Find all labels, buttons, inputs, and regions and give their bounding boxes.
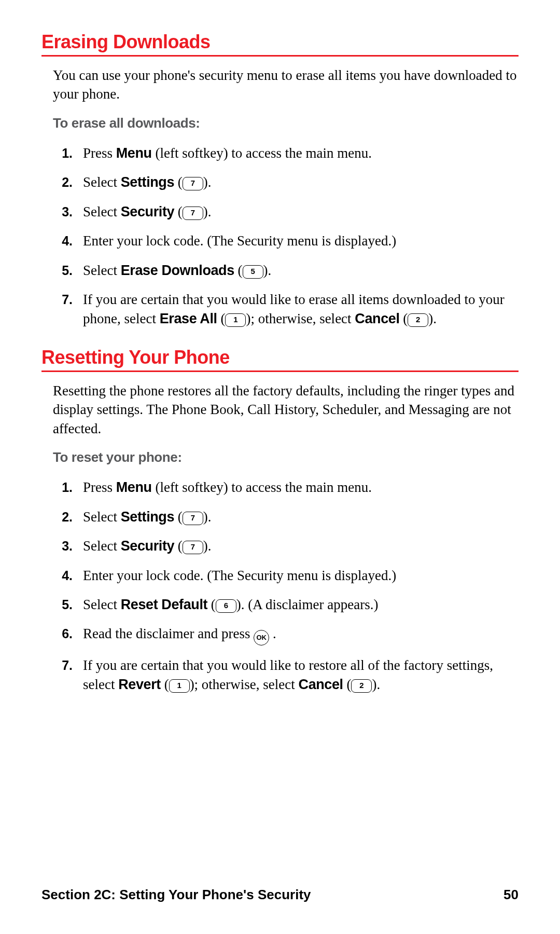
steps-list-1: 1.Press Menu (left softkey) to access th… [53,144,519,328]
step-item: 1.Press Menu (left softkey) to access th… [53,144,519,162]
ok-button-icon: OK [254,630,269,645]
step-number: 6. [53,625,83,643]
keycap-icon: 2 [408,313,428,327]
bold: Settings [121,509,174,525]
step-item: 3.Select Security (7). [53,537,519,555]
step-item: 2.Select Settings (7). [53,507,519,526]
text: (left softkey) to access the main menu. [152,479,372,495]
text: ( [174,538,183,554]
text: Select [83,538,121,554]
bold: Settings [121,174,174,190]
keycap-icon: 5 [243,265,263,279]
step-item: 3.Select Security (7). [53,202,519,221]
bold: Menu [116,145,152,161]
step-number: 3. [53,203,83,221]
text: ). [372,677,380,692]
bold: Erase All [160,311,217,326]
bold: Security [121,204,174,219]
keycap-icon: 2 [351,679,372,693]
bold: Security [121,538,174,554]
intro-text: Resetting the phone restores all the fac… [53,381,519,438]
sub-label: To erase all downloads: [53,115,519,131]
bold: Cancel [355,311,399,326]
text: Enter your lock code. (The Security menu… [83,233,396,249]
step-item: 1.Press Menu (left softkey) to access th… [53,478,519,497]
keycap-icon: 7 [183,512,203,525]
keycap-icon: 1 [169,679,190,693]
text: ( [207,597,216,612]
heading-resetting-phone: Resetting Your Phone [41,347,519,372]
intro-text: You can use your phone's security menu t… [53,66,519,104]
text: ). [428,311,437,326]
text: ). [263,263,272,278]
keycap-icon: 7 [183,541,203,554]
text: ). [203,174,212,190]
step-item: 4.Enter your lock code. (The Security me… [53,566,519,585]
step-item: 5.Select Erase Downloads (5). [53,261,519,280]
bold: Menu [116,479,152,495]
text: Select [83,263,121,278]
section-label: Section 2C: Setting Your Phone's Securit… [41,887,311,903]
step-number: 2. [53,174,83,191]
step-number: 2. [53,509,83,526]
text: Select [83,597,121,612]
step-number: 1. [53,145,83,162]
keycap-icon: 1 [225,313,246,327]
text: ( [174,204,183,219]
text: ( [174,509,183,525]
heading-erasing-downloads: Erasing Downloads [41,31,519,57]
step-number: 5. [53,596,83,614]
text: Press [83,479,116,495]
text: ). [203,204,212,219]
bold: Erase Downloads [121,263,234,278]
text: Enter your lock code. (The Security menu… [83,568,396,583]
step-number: 7. [53,291,83,309]
text: Select [83,509,121,525]
step-number: 4. [53,232,83,250]
text: ); otherwise, select [246,311,355,326]
steps-list-2: 1.Press Menu (left softkey) to access th… [53,478,519,694]
step-item: 5.Select Reset Default (6). (A disclaime… [53,595,519,614]
step-number: 3. [53,538,83,555]
keycap-icon: 6 [216,599,236,613]
text: Select [83,174,121,190]
page-number: 50 [503,887,519,903]
text: ); otherwise, select [190,677,299,692]
page-footer: Section 2C: Setting Your Phone's Securit… [41,887,519,903]
step-item: 4.Enter your lock code. (The Security me… [53,231,519,250]
step-item: 6.Read the disclaimer and press OK . [53,624,519,645]
step-number: 1. [53,479,83,497]
bold: Reset Default [121,597,207,612]
bold: Revert [118,677,161,692]
step-number: 5. [53,262,83,280]
text: ). [203,509,212,525]
step-number: 7. [53,657,83,675]
step-number: 4. [53,567,83,585]
text: Press [83,145,116,161]
text: ). [203,538,212,554]
text: ( [174,174,183,190]
text: ( [161,677,169,692]
bold: Cancel [299,677,343,692]
sub-label: To reset your phone: [53,449,519,465]
text: Read the disclaimer and press [83,626,254,641]
text: . [269,626,276,641]
text: ( [217,311,226,326]
text: ( [234,263,243,278]
keycap-icon: 7 [183,177,203,190]
keycap-icon: 7 [183,207,203,220]
step-item: 2.Select Settings (7). [53,173,519,191]
step-item: 7.If you are certain that you would like… [53,656,519,694]
text: ( [343,677,352,692]
text: Select [83,204,121,219]
text: ). (A disclaimer appears.) [236,597,379,612]
step-item: 7.If you are certain that you would like… [53,290,519,328]
text: ( [400,311,408,326]
text: (left softkey) to access the main menu. [152,145,372,161]
